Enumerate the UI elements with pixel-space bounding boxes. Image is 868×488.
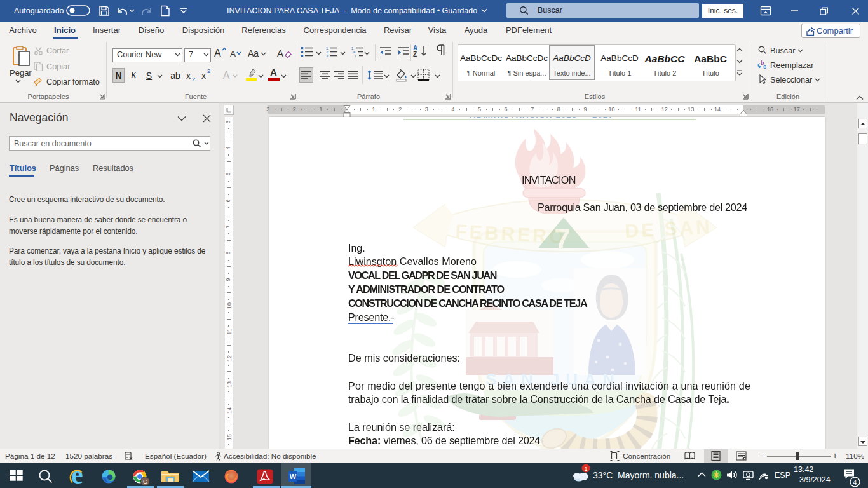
svg-text:c: c [763, 64, 766, 69]
svg-text:W: W [290, 473, 297, 480]
svg-text:i: i [355, 54, 356, 57]
svg-text:7: 7 [554, 222, 571, 255]
svg-text:1: 1 [584, 466, 587, 472]
svg-text:4: 4 [853, 478, 857, 486]
svg-text:3: 3 [326, 54, 329, 57]
svg-text:G: G [143, 478, 147, 485]
